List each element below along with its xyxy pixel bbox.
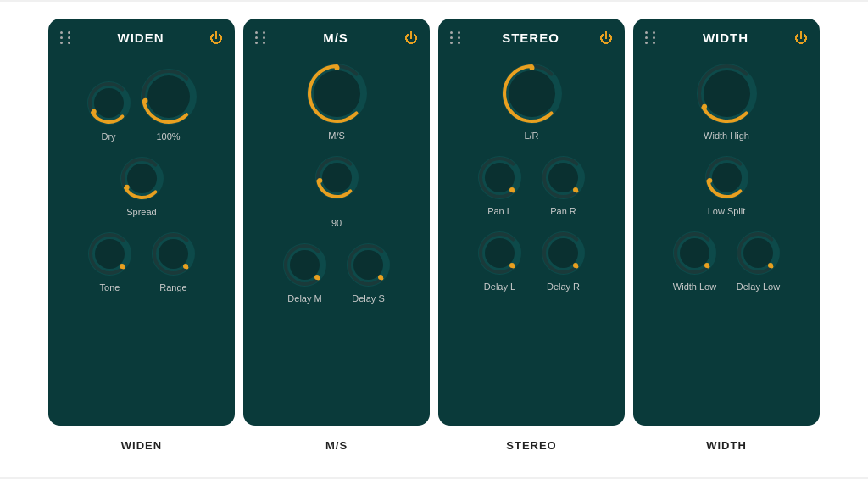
knob[interactable] (476, 154, 523, 201)
svg-point-29 (529, 65, 534, 70)
svg-point-20 (317, 178, 322, 183)
knob[interactable] (150, 231, 197, 277)
svg-point-13 (159, 239, 188, 269)
panel-title: M/S (267, 31, 404, 45)
knob-label: Spread (126, 207, 156, 217)
knob-label: Range (159, 282, 186, 292)
knob[interactable] (671, 230, 718, 276)
panel-ms: M/S ⏻ M/S (243, 19, 430, 426)
footer-label-stereo: STEREO (438, 439, 625, 452)
knob[interactable] (476, 230, 523, 276)
svg-point-26 (378, 275, 383, 280)
panel-header: WIDTH ⏻ (642, 31, 811, 45)
knob[interactable] (86, 80, 132, 126)
svg-point-43 (704, 70, 750, 117)
knob-row-single: Spread (119, 155, 165, 217)
knob-group-delay-r: Delay R (540, 230, 587, 292)
footer-label-ms: M/S (243, 439, 430, 452)
svg-point-44 (702, 104, 707, 109)
svg-point-10 (95, 239, 125, 269)
knob[interactable] (500, 62, 564, 125)
knob[interactable] (119, 155, 165, 202)
svg-point-31 (485, 163, 515, 192)
knob-row-double: Delay M Delay S (281, 242, 392, 304)
knob-group-m/s: M/S (305, 62, 369, 141)
drag-handle (450, 31, 462, 44)
panel-title: WIDEN (72, 31, 209, 45)
knob-label: M/S (328, 131, 345, 141)
knob[interactable] (86, 231, 133, 277)
knob-group-spread: Spread (119, 155, 165, 217)
knob-label: Delay M (287, 293, 321, 304)
svg-point-11 (120, 264, 125, 269)
svg-point-46 (712, 163, 742, 192)
panel-title: STEREO (462, 31, 599, 45)
knob[interactable] (695, 62, 759, 125)
svg-point-14 (183, 264, 188, 269)
footer-label-widen: WIDEN (48, 439, 235, 452)
knob[interactable] (704, 154, 750, 201)
knob-row-single: L/R (500, 62, 564, 141)
knob-group-range: Range (150, 231, 197, 292)
knob-group-pan-l: Pan L (476, 154, 523, 216)
power-icon[interactable]: ⏻ (404, 31, 418, 45)
svg-point-41 (573, 263, 578, 268)
knobs-area: M/S 90 (252, 55, 421, 304)
drag-handle (60, 31, 72, 44)
svg-point-28 (509, 70, 555, 117)
knobs-area: Width High Low Split (642, 55, 811, 292)
knob[interactable] (540, 230, 587, 276)
svg-point-8 (124, 185, 129, 190)
knob-label: Tone (100, 282, 120, 292)
svg-point-40 (548, 238, 578, 268)
knob[interactable] (345, 242, 392, 288)
knob[interactable] (139, 67, 198, 126)
svg-point-2 (91, 109, 96, 114)
knobs-area: L/R Pan L (447, 55, 616, 292)
footer-labels-row: WIDENM/SSTEREOWIDTH (48, 439, 820, 452)
knob-group-delay-m: Delay M (281, 242, 328, 304)
knob-row-double: Pan L Pan R (476, 154, 587, 216)
knob-group-width-low: Width Low (671, 230, 718, 292)
svg-point-35 (573, 187, 578, 192)
knob-group-dry: Dry (86, 80, 132, 142)
knob-row-widen-special: Dry 100% (86, 58, 198, 142)
knob-group-delay-l: Delay L (476, 230, 523, 292)
svg-point-37 (485, 238, 515, 268)
knob-row-single: Width High (695, 62, 759, 141)
knob[interactable] (314, 154, 360, 201)
knob-row-double: Width Low Delay Low (671, 230, 782, 292)
knob-row-single-value: 90 (314, 154, 360, 228)
knob-group-100pct: 100% (139, 67, 198, 142)
svg-point-22 (290, 250, 320, 280)
svg-point-19 (322, 163, 352, 192)
knob-label: Delay L (484, 281, 515, 292)
knob[interactable] (735, 230, 782, 276)
knob-row-double: Tone Range (86, 231, 197, 292)
panel-stereo: STEREO ⏻ L/R (438, 19, 625, 426)
knob-label: Pan L (487, 206, 512, 216)
panels-row: WIDEN ⏻ Dry (48, 19, 820, 426)
svg-point-17 (334, 65, 339, 70)
knob-label: Delay R (547, 281, 580, 292)
knob[interactable] (540, 154, 587, 201)
knob-row-single: Low Split (704, 154, 750, 216)
knob[interactable] (305, 62, 369, 125)
svg-point-50 (704, 263, 709, 268)
knob-group-width-high: Width High (695, 62, 759, 141)
panel-header: STEREO ⏻ (447, 31, 616, 45)
panel-header: WIDEN ⏻ (57, 31, 226, 45)
svg-point-52 (743, 238, 773, 268)
knob[interactable] (281, 242, 328, 288)
knob-label: Pan R (550, 206, 576, 216)
knob-label: Width High (704, 131, 749, 141)
knob-group-delay-low: Delay Low (735, 230, 782, 292)
svg-point-23 (314, 275, 320, 280)
power-icon[interactable]: ⏻ (794, 31, 808, 45)
svg-point-16 (314, 70, 360, 117)
svg-point-7 (127, 164, 157, 193)
power-icon[interactable]: ⏻ (209, 31, 223, 45)
knob-group-low-split: Low Split (704, 154, 750, 216)
power-icon[interactable]: ⏻ (599, 31, 613, 45)
svg-point-49 (680, 238, 709, 268)
